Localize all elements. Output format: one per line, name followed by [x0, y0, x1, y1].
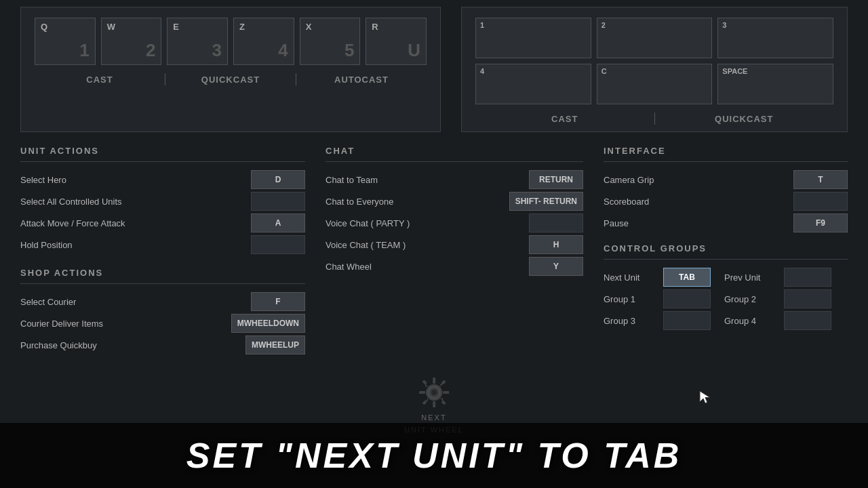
quickcast-label: QUICKCAST [165, 75, 296, 85]
unit-actions-title: UNIT ACTIONS [20, 146, 305, 162]
cursor [698, 390, 712, 409]
quickcast-label-right: QUICKCAST [655, 114, 834, 124]
gear-icon [417, 375, 451, 409]
key-sm-4[interactable]: 4 [475, 64, 591, 104]
control-groups-title: CONTROL GROUPS [604, 243, 848, 260]
action-label-courier-deliver: Courier Deliver Items [20, 319, 231, 329]
key-courier-deliver[interactable]: MWHEELDOWN [231, 314, 305, 333]
action-label-chat-team: Chat to Team [326, 175, 529, 185]
shop-actions-section: SHOP ACTIONS Select Courier F Courier De… [20, 268, 305, 354]
key-camera-grip[interactable]: T [793, 170, 848, 189]
cg-key-group3[interactable] [663, 311, 711, 330]
action-chat-wheel: Chat Wheel Y [326, 257, 583, 276]
action-label-pause: Pause [604, 218, 793, 228]
action-select-courier: Select Courier F [20, 292, 305, 311]
action-voice-team: Voice Chat ( TEAM ) H [326, 235, 583, 254]
action-select-hero: Select Hero D [20, 170, 305, 189]
unit-actions-section: UNIT ACTIONS Select Hero D Select All Co… [20, 146, 305, 357]
key-select-hero[interactable]: D [251, 170, 305, 189]
key-sm-letter-space: SPACE [722, 67, 747, 75]
cg-label-next-unit: Next Unit [604, 272, 658, 283]
action-label-select-courier: Select Courier [20, 297, 251, 307]
banner: SET "NEXT UNIT" TO TAB [0, 423, 868, 488]
svg-rect-4 [419, 391, 425, 394]
action-courier-deliver: Courier Deliver Items MWHEELDOWN [20, 314, 305, 333]
key-number-5: 5 [344, 40, 354, 61]
action-pause: Pause F9 [604, 214, 848, 232]
key-attack-move[interactable]: A [251, 214, 305, 232]
cg-key-tab[interactable]: TAB [663, 268, 711, 287]
key-select-courier[interactable]: F [251, 292, 305, 311]
cg-label-group1: Group 1 [604, 294, 658, 304]
action-hold-position: Hold Position [20, 235, 305, 254]
action-label-voice-team: Voice Chat ( TEAM ) [326, 240, 529, 250]
cast-row-left: CAST QUICKCAST AUTOCAST [35, 73, 427, 85]
key-box-r[interactable]: R U [366, 18, 427, 65]
action-attack-move: Attack Move / Force Attack A [20, 214, 305, 232]
cg-key-prev-unit[interactable] [784, 268, 831, 287]
key-voice-team[interactable]: H [529, 235, 583, 254]
control-groups-grid: Next Unit TAB Prev Unit Group 1 Group 2 … [604, 268, 848, 330]
cg-row-group34: Group 3 Group 4 [604, 311, 848, 330]
interface-section: INTERFACE Camera Grip T Scoreboard Pause… [604, 146, 848, 357]
action-label-camera-grip: Camera Grip [604, 175, 793, 185]
action-chat-team: Chat to Team RETURN [326, 170, 583, 189]
autocast-label: AUTOCAST [296, 75, 427, 85]
key-select-all[interactable] [251, 192, 305, 211]
action-label-hold-position: Hold Position [20, 240, 251, 250]
key-sm-letter-4: 4 [480, 67, 484, 75]
key-purchase-quickbuy[interactable]: MWHEELUP [245, 336, 305, 354]
key-sm-2[interactable]: 2 [597, 18, 713, 58]
action-camera-grip: Camera Grip T [604, 170, 848, 189]
cg-key-group1[interactable] [663, 289, 711, 308]
cast-row-right: CAST QUICKCAST [475, 113, 833, 125]
key-sm-c[interactable]: C [597, 64, 713, 104]
key-box-e[interactable]: E 3 [167, 18, 228, 65]
shop-actions-title: SHOP ACTIONS [20, 268, 305, 284]
key-letter-r: R [372, 22, 378, 32]
chat-title: CHAT [326, 146, 583, 162]
cg-label-group3: Group 3 [604, 316, 658, 326]
key-sm-letter-2: 2 [601, 21, 606, 29]
key-hold-position[interactable] [251, 235, 305, 254]
cg-key-group4[interactable] [784, 311, 831, 330]
action-label-attack-move: Attack Move / Force Attack [20, 218, 251, 228]
key-sm-1[interactable]: 1 [475, 18, 591, 58]
key-sm-space[interactable]: SPACE [717, 64, 833, 104]
gear-label-top: NEXT [421, 413, 446, 422]
cast-label: CAST [35, 75, 165, 85]
svg-rect-2 [433, 378, 435, 383]
interface-title: INTERFACE [604, 146, 848, 162]
key-voice-party[interactable] [529, 214, 583, 232]
key-chat-team[interactable]: RETURN [529, 170, 583, 189]
key-box-z[interactable]: Z 4 [233, 18, 294, 65]
top-section: Q 1 W 2 E 3 Z 4 X 5 [20, 7, 848, 132]
key-box-q[interactable]: Q 1 [35, 18, 96, 65]
main-container: Q 1 W 2 E 3 Z 4 X 5 [0, 0, 868, 357]
cg-label-group4: Group 4 [724, 316, 778, 326]
cg-row-group12: Group 1 Group 2 [604, 289, 848, 308]
action-label-voice-party: Voice Chat ( PARTY ) [326, 218, 529, 228]
key-sm-3[interactable]: 3 [717, 18, 833, 58]
key-number-2: 2 [146, 40, 155, 61]
svg-rect-3 [433, 402, 435, 407]
key-sm-letter-1: 1 [480, 21, 484, 29]
action-label-select-all: Select All Controlled Units [20, 197, 251, 207]
key-letter-e: E [173, 22, 179, 32]
svg-rect-5 [443, 391, 449, 394]
action-chat-everyone: Chat to Everyone SHIFT- RETURN [326, 192, 583, 211]
key-scoreboard[interactable] [793, 192, 848, 211]
cast-label-right: CAST [475, 114, 654, 124]
cg-label-group2: Group 2 [724, 294, 778, 304]
key-letter-z: Z [239, 22, 245, 32]
key-chat-wheel[interactable]: Y [529, 257, 583, 276]
cg-key-group2[interactable] [784, 289, 831, 308]
key-letter-x: X [306, 22, 312, 32]
key-chat-everyone[interactable]: SHIFT- RETURN [509, 192, 583, 211]
action-voice-party: Voice Chat ( PARTY ) [326, 214, 583, 232]
key-grid-right: 1 2 3 4 C SPACE [475, 18, 833, 104]
key-sm-letter-c: C [601, 67, 607, 75]
key-box-x[interactable]: X 5 [300, 18, 361, 65]
key-pause[interactable]: F9 [793, 214, 848, 232]
key-box-w[interactable]: W 2 [101, 18, 162, 65]
